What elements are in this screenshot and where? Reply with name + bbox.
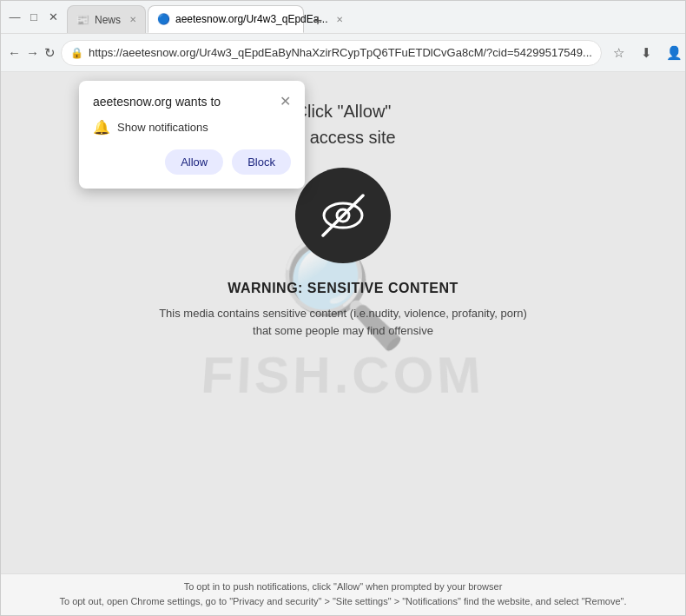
tab-news-close[interactable]: ✕: [129, 15, 136, 24]
popup-title: aeetesnow.org wants to: [93, 95, 221, 109]
warning-title: WARNING: SENSITIVE CONTENT: [228, 281, 458, 296]
account-button[interactable]: 👤: [663, 41, 686, 65]
popup-notif-label: Show notifications: [117, 121, 208, 134]
notification-popup: aeetesnow.org wants to ✕ 🔔 Show notifica…: [79, 81, 305, 189]
warning-body: This media contains sensitive content (i…: [156, 305, 530, 339]
popup-buttons: Allow Block: [93, 149, 291, 175]
svg-line-2: [323, 195, 363, 235]
bookmark-button[interactable]: ☆: [607, 41, 631, 65]
tab-news-label: News: [95, 14, 121, 26]
minimize-button[interactable]: —: [8, 10, 22, 24]
bell-icon: 🔔: [93, 119, 110, 136]
nav-right-controls: ☆ ⬇ 👤 ⋮: [607, 41, 686, 65]
reload-button[interactable]: ↻: [44, 41, 56, 65]
address-text: https://aeetesnow.org/Ur4w3_qEpdEaByNhaX…: [89, 46, 592, 59]
tab-strip: 📰 News ✕ 🔵 aeetesnow.org/Ur4w3_qEpdEa...…: [67, 1, 678, 33]
nav-bar: ← → ↻ 🔒 https://aeetesnow.org/Ur4w3_qEpd…: [1, 34, 685, 72]
back-button[interactable]: ←: [8, 41, 21, 65]
status-line1: To opt in to push notifications, click "…: [15, 580, 671, 595]
browser-window: — □ ✕ 📰 News ✕ 🔵 aeetesnow.org/Ur4w3_qEp…: [0, 0, 686, 616]
tab-aeetesnow[interactable]: 🔵 aeetesnow.org/Ur4w3_qEpdEa... ✕: [148, 5, 304, 33]
close-button[interactable]: ✕: [46, 10, 60, 24]
tab-aeetesnow-favicon: 🔵: [157, 13, 170, 25]
click-allow-heading: Click "Allow" to access site: [290, 98, 395, 150]
popup-notification-row: 🔔 Show notifications: [93, 119, 291, 136]
forward-button[interactable]: →: [26, 41, 39, 65]
popup-close-button[interactable]: ✕: [280, 95, 291, 109]
address-bar[interactable]: 🔒 https://aeetesnow.org/Ur4w3_qEpdEaByNh…: [61, 40, 602, 66]
lock-icon: 🔒: [70, 47, 83, 59]
block-button[interactable]: Block: [232, 149, 291, 175]
tab-news[interactable]: 📰 News ✕: [67, 5, 146, 33]
click-allow-line2: to access site: [290, 124, 395, 150]
allow-button[interactable]: Allow: [165, 149, 223, 175]
page-content: 🔍 FISH.COM aeetesnow.org wants to ✕ 🔔 Sh…: [1, 72, 685, 573]
tab-aeetesnow-close[interactable]: ✕: [336, 15, 343, 24]
status-bar: To opt in to push notifications, click "…: [1, 573, 685, 615]
new-tab-button[interactable]: +: [306, 9, 330, 33]
status-line2: To opt out, open Chrome settings, go to …: [15, 594, 671, 610]
window-controls: — □ ✕: [8, 10, 60, 24]
watermark-text: FISH.COM: [200, 346, 486, 405]
eye-slash-icon: [313, 185, 373, 246]
eye-icon-circle: [295, 168, 391, 263]
download-button[interactable]: ⬇: [635, 41, 659, 65]
tab-news-favicon: 📰: [76, 14, 89, 26]
popup-header: aeetesnow.org wants to ✕: [93, 95, 291, 109]
click-allow-line1: Click "Allow": [290, 98, 395, 124]
maximize-button[interactable]: □: [27, 10, 41, 24]
title-bar: — □ ✕ 📰 News ✕ 🔵 aeetesnow.org/Ur4w3_qEp…: [1, 1, 685, 34]
